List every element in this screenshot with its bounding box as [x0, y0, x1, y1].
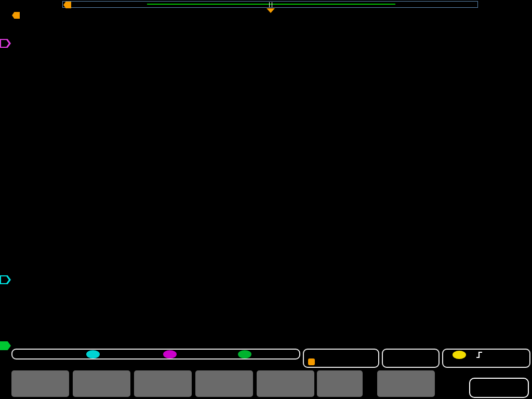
datetime-display — [469, 378, 529, 398]
trigger-badge-icon — [308, 358, 315, 365]
ch4-badge[interactable] — [238, 350, 251, 358]
horizontal-readout-box[interactable] — [303, 349, 379, 368]
save-screen-image-button[interactable] — [11, 370, 69, 397]
rising-edge-icon — [475, 351, 484, 359]
ch4-readout[interactable] — [238, 350, 260, 358]
ch2-badge[interactable] — [86, 350, 100, 358]
recall-waveform-button[interactable] — [195, 370, 253, 397]
assign-save-button[interactable] — [317, 370, 363, 397]
ch3-badge[interactable] — [163, 350, 177, 358]
ch3-readout[interactable] — [163, 350, 190, 358]
trigger-readout-box[interactable] — [442, 349, 530, 368]
ch4-position-marker[interactable] — [0, 341, 11, 350]
ch2-position-marker[interactable] — [0, 275, 11, 284]
trigger-level-tag[interactable] — [12, 12, 20, 19]
save-setup-button[interactable] — [134, 370, 192, 397]
oscilloscope-screen — [0, 0, 532, 399]
recall-setup-button[interactable] — [257, 370, 314, 397]
ch3-position-marker[interactable] — [0, 39, 11, 48]
trigger-source-badge — [453, 351, 466, 359]
ch2-readout[interactable] — [86, 350, 111, 358]
acquisition-readout-box[interactable] — [382, 349, 440, 368]
file-utilities-button[interactable] — [377, 370, 435, 397]
waveform-display — [0, 0, 532, 399]
save-waveform-button[interactable] — [73, 370, 130, 397]
channel-readouts-box[interactable] — [11, 349, 300, 360]
